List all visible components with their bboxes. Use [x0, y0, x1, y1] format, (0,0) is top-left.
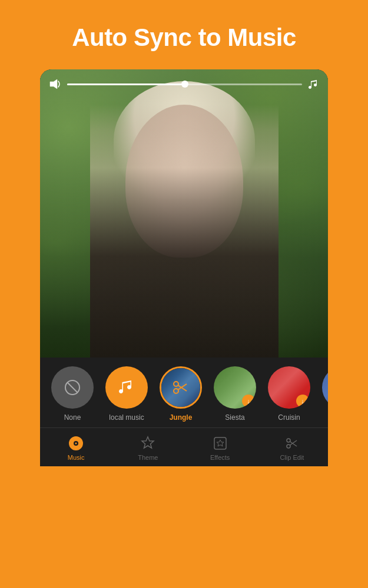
music-circle-jungle[interactable] — [160, 366, 202, 409]
svg-marker-0 — [50, 79, 57, 89]
music-circle-cruisin[interactable]: ↓ — [268, 366, 310, 409]
music-note-icon — [308, 79, 319, 89]
cruisin-download: ↓ — [296, 395, 309, 407]
music-circle-siesta[interactable]: ↓ — [214, 366, 256, 409]
video-area — [40, 69, 328, 358]
music-scroll-container[interactable]: None local music — [40, 366, 328, 422]
nav-item-effects[interactable]: Effects — [184, 433, 256, 463]
svg-marker-10 — [142, 437, 154, 448]
music-item-none[interactable]: None — [49, 366, 96, 422]
nav-item-music[interactable]: Music — [40, 433, 112, 463]
header: Auto Sync to Music — [0, 0, 368, 69]
nav-item-theme[interactable]: Theme — [112, 433, 184, 463]
person-body — [90, 105, 279, 358]
phone-container: None local music — [40, 69, 328, 466]
music-label-none: None — [64, 413, 81, 422]
svg-line-2 — [67, 382, 78, 393]
music-circle-local[interactable] — [105, 366, 148, 409]
nav-label-theme: Theme — [138, 454, 158, 461]
music-label-jungle: Jungle — [170, 413, 193, 422]
bottom-nav: Music Theme Effects — [40, 427, 328, 466]
volume-icon — [49, 79, 61, 89]
siesta-download: ↓ — [242, 395, 255, 407]
music-panel: None local music — [40, 358, 328, 427]
clip-edit-nav-icon — [284, 435, 300, 452]
music-circle-ju[interactable] — [322, 366, 328, 409]
nav-item-clip-edit[interactable]: Clip Edit — [256, 433, 328, 463]
music-item-cruisin[interactable]: ↓ Cruisin — [266, 366, 313, 422]
effects-nav-icon — [212, 435, 228, 452]
music-circle-none[interactable] — [51, 366, 94, 409]
music-label-siesta: Siesta — [225, 413, 244, 422]
svg-point-9 — [75, 443, 77, 445]
nav-label-effects: Effects — [210, 454, 230, 461]
svg-line-6 — [178, 384, 187, 390]
nav-label-clip-edit: Clip Edit — [280, 454, 304, 461]
svg-line-5 — [178, 385, 187, 391]
header-title: Auto Sync to Music — [18, 24, 350, 52]
player-controls — [49, 79, 319, 89]
music-item-local[interactable]: local music — [103, 366, 150, 422]
progress-thumb — [181, 81, 188, 88]
progress-track[interactable] — [67, 83, 302, 85]
music-label-local: local music — [109, 413, 144, 422]
music-item-ju[interactable]: Ju — [320, 366, 328, 422]
music-item-siesta[interactable]: ↓ Siesta — [211, 366, 258, 422]
progress-fill — [67, 83, 185, 85]
music-nav-icon — [68, 435, 84, 452]
app-container: Auto Sync to Music — [0, 0, 368, 588]
nav-label-music: Music — [68, 454, 85, 461]
video-placeholder — [40, 69, 328, 358]
svg-marker-12 — [217, 440, 224, 446]
music-label-cruisin: Cruisin — [278, 413, 300, 422]
svg-point-13 — [287, 439, 290, 442]
music-item-jungle[interactable]: Jungle — [157, 366, 204, 422]
svg-point-14 — [287, 445, 290, 448]
theme-nav-icon — [140, 435, 156, 452]
